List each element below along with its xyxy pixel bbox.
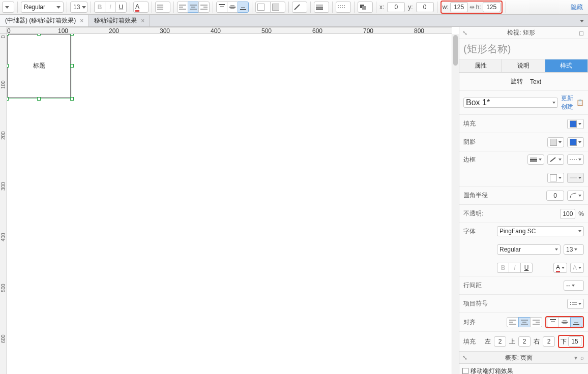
bold-button[interactable]: B (94, 2, 105, 13)
tab-1[interactable]: 移动端灯箱效果× (89, 15, 150, 26)
align-right-button[interactable] (198, 2, 210, 13)
svg-point-33 (570, 304, 571, 305)
align-label: 对齐 (463, 318, 494, 327)
valign-t[interactable] (547, 317, 559, 327)
text-label: Text (530, 78, 541, 85)
w-label: w: (443, 4, 449, 11)
underline-button[interactable]: U (115, 2, 127, 13)
font-size-panel-select[interactable]: 13 (564, 244, 584, 255)
border-color-button[interactable] (292, 2, 307, 13)
update-link[interactable]: 更新 (561, 94, 573, 103)
rotate-label: 旋转 (511, 77, 523, 86)
tab-style[interactable]: 样式 (545, 59, 588, 72)
bold-panel-button[interactable]: B (497, 263, 509, 273)
text-shadow-select[interactable]: A (570, 263, 584, 273)
align-left-button[interactable] (177, 2, 188, 13)
selected-shape[interactable]: 标题 (7, 34, 71, 98)
inner-shadow-select[interactable] (567, 137, 584, 147)
pin-icon[interactable]: ⤡ (462, 29, 467, 37)
search-icon[interactable]: ⌕ (580, 354, 584, 361)
halign-r[interactable] (530, 317, 542, 327)
page-icon (462, 368, 468, 374)
hide-panel-link[interactable]: 隐藏 (571, 3, 583, 12)
close-icon[interactable]: × (141, 17, 144, 24)
opacity-input[interactable] (560, 209, 575, 219)
tree-page[interactable]: 移动端灯箱效果 (459, 366, 588, 374)
arrange-button[interactable] (358, 2, 373, 13)
radius-corner-select[interactable] (567, 191, 584, 201)
shape-name-input[interactable]: (矩形名称) (459, 39, 588, 59)
text-color-panel-select[interactable]: A (553, 263, 567, 273)
italic-button[interactable]: I (105, 2, 116, 13)
border-style-button[interactable] (336, 2, 351, 13)
font-weight-panel-select[interactable]: Regular (497, 244, 561, 255)
h-label: h: (476, 4, 481, 11)
filter-icon[interactable]: ▾ (574, 354, 577, 361)
font-family-select[interactable]: PingFang SC (497, 226, 584, 236)
svg-point-31 (570, 302, 571, 303)
top-toolbar: Regular 13 B I U A x: y: w: ⇹ h: (0, 0, 588, 15)
tab-0[interactable]: (中继器) (移动端灯箱效果)× (0, 15, 89, 26)
expand-icon[interactable]: ◻ (579, 29, 584, 37)
font-weight-select[interactable]: Regular (21, 2, 64, 13)
y-input[interactable] (416, 2, 434, 12)
copy-style-icon[interactable]: 📋 (576, 99, 584, 106)
tab-menu-icon[interactable] (580, 20, 584, 22)
pin-icon[interactable]: ⤡ (462, 354, 467, 361)
outer-shadow-select[interactable] (547, 137, 564, 147)
radius-input[interactable] (546, 191, 564, 201)
x-label: x: (379, 4, 384, 11)
pad-bottom-input[interactable] (568, 336, 581, 347)
text-color-button[interactable]: A (133, 2, 149, 13)
bullets-select[interactable] (567, 299, 584, 309)
h-align-group (177, 2, 210, 13)
canvas[interactable]: 标题 (7, 34, 452, 374)
border-style-select[interactable] (567, 154, 584, 165)
fill-button[interactable] (255, 2, 271, 13)
italic-panel-button[interactable]: I (509, 263, 521, 273)
lock-icon[interactable]: ⇹ (469, 4, 475, 11)
x-input[interactable] (387, 2, 405, 12)
outline-tree: 移动端灯箱效果 (中继器) (矩形) (矩形) (459, 364, 588, 374)
border-width-select[interactable] (527, 154, 544, 165)
shadow-button[interactable] (270, 2, 285, 13)
tab-attributes[interactable]: 属性 (459, 59, 502, 72)
vertical-scrollbar[interactable] (452, 34, 459, 374)
v-align-panel (547, 317, 582, 327)
border-vis-select[interactable] (547, 173, 564, 183)
opacity-label: 不透明: (463, 209, 494, 218)
valign-mid-button[interactable] (227, 2, 238, 13)
valign-bot-button[interactable] (238, 2, 249, 13)
valign-top-button[interactable] (216, 2, 227, 13)
valign-m[interactable] (558, 317, 571, 327)
tab-spec[interactable]: 说明 (502, 59, 545, 72)
border-color-select[interactable] (547, 154, 564, 165)
box-style-select[interactable]: Box 1* (463, 98, 558, 108)
close-icon[interactable]: × (80, 17, 83, 24)
font-size-select[interactable]: 13 (70, 2, 87, 13)
create-link[interactable]: 创建 (561, 103, 573, 111)
underline-panel-button[interactable]: U (520, 263, 533, 273)
w-input[interactable] (450, 2, 468, 12)
valign-b[interactable] (570, 317, 582, 327)
halign-c[interactable] (518, 317, 531, 327)
pad-right-input[interactable] (543, 336, 555, 347)
h-align-panel (507, 317, 542, 327)
y-label: y: (408, 4, 413, 11)
border-side-select[interactable] (567, 173, 584, 183)
halign-l[interactable] (507, 317, 519, 327)
linespacing-select[interactable]: -- (564, 280, 584, 291)
style-select[interactable] (2, 2, 14, 13)
list-button[interactable] (155, 2, 170, 13)
h-input[interactable] (483, 2, 501, 12)
border-width-button[interactable] (314, 2, 329, 13)
fill-label: 填充 (463, 119, 494, 128)
radius-label: 圆角半径 (463, 191, 494, 200)
inspector-title: 检视: 矩形 (463, 28, 579, 37)
bullets-label: 项目符号 (463, 299, 494, 308)
align-center-button[interactable] (188, 2, 199, 13)
pad-left-input[interactable] (494, 336, 506, 347)
pad-top-input[interactable] (518, 336, 531, 347)
fill-select[interactable] (567, 119, 584, 129)
outline-title: 概要: 页面 (463, 354, 574, 362)
